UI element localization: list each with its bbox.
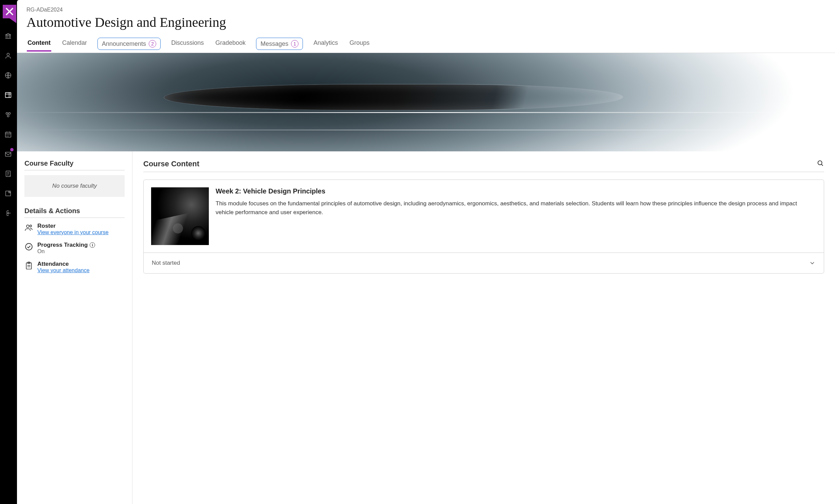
tab-gradebook[interactable]: Gradebook: [214, 39, 247, 52]
course-panel: RG-ADaE2024 Automotive Design and Engine…: [17, 0, 835, 504]
attendance-link[interactable]: View your attendance: [37, 267, 90, 273]
course-title: Automotive Design and Engineering: [26, 14, 825, 30]
progress-title: Progress Tracking i: [37, 242, 95, 248]
profile-icon[interactable]: [4, 52, 12, 60]
module-card-body[interactable]: Week 2: Vehicle Design Principles This m…: [144, 180, 824, 253]
course-tabs: Content Calendar Announcements 2 Discuss…: [17, 30, 835, 53]
course-sidebar: Course Faculty No course faculty Details…: [17, 151, 132, 504]
course-banner-image: [17, 53, 835, 151]
attendance-icon: [24, 261, 33, 270]
svg-rect-9: [6, 191, 11, 196]
progress-icon: [24, 242, 33, 251]
module-status: Not started: [152, 260, 180, 266]
roster-link[interactable]: View everyone in your course: [37, 229, 109, 235]
messages-badge: 1: [291, 40, 298, 48]
chevron-down-icon: [809, 260, 816, 266]
module-title: Week 2: Vehicle Design Principles: [216, 187, 816, 195]
attendance-action: Attendance View your attendance: [24, 261, 125, 274]
activity-stream-icon[interactable]: [4, 71, 12, 79]
faculty-heading: Course Faculty: [24, 160, 125, 170]
svg-point-10: [26, 225, 29, 228]
tab-messages[interactable]: Messages 1: [256, 38, 303, 50]
signout-icon[interactable]: [4, 209, 12, 217]
course-content-heading: Course Content: [143, 160, 199, 168]
progress-status: On: [37, 248, 95, 255]
content-search-button[interactable]: [817, 160, 824, 168]
svg-point-12: [25, 243, 32, 250]
tab-analytics[interactable]: Analytics: [312, 39, 339, 52]
tab-content[interactable]: Content: [26, 39, 52, 52]
no-faculty-message: No course faculty: [24, 175, 125, 197]
announcements-badge: 2: [149, 40, 156, 48]
course-code: RG-ADaE2024: [26, 7, 825, 13]
calendar-icon[interactable]: [4, 130, 12, 138]
courses-icon[interactable]: [4, 91, 12, 99]
tab-discussions[interactable]: Discussions: [170, 39, 205, 52]
close-course-button[interactable]: [3, 5, 16, 18]
info-icon[interactable]: i: [90, 242, 95, 248]
svg-rect-2: [5, 93, 11, 98]
messages-unread-dot: [10, 148, 14, 151]
tab-calendar[interactable]: Calendar: [61, 39, 88, 52]
progress-tracking-action: Progress Tracking i On: [24, 242, 125, 255]
global-nav-rail: [0, 0, 16, 504]
messages-icon[interactable]: [4, 150, 12, 158]
module-description: This module focuses on the fundamental p…: [216, 199, 816, 217]
attendance-title: Attendance: [37, 261, 90, 267]
institution-icon[interactable]: [4, 32, 12, 40]
course-content-area: Course Content Week 2: Vehicle Design Pr…: [132, 151, 835, 504]
module-card: Week 2: Vehicle Design Principles This m…: [143, 180, 824, 274]
svg-point-3: [6, 113, 8, 115]
tab-announcements[interactable]: Announcements 2: [97, 38, 161, 50]
grades-icon[interactable]: [4, 170, 12, 178]
roster-icon: [24, 223, 33, 232]
module-status-toggle[interactable]: Not started: [144, 253, 824, 273]
svg-rect-7: [5, 152, 11, 156]
svg-point-0: [7, 53, 9, 56]
svg-point-5: [7, 115, 9, 117]
roster-action: Roster View everyone in your course: [24, 223, 125, 236]
tab-groups[interactable]: Groups: [348, 39, 370, 52]
module-thumbnail: [151, 187, 209, 245]
svg-point-4: [8, 113, 10, 115]
details-actions-heading: Details & Actions: [24, 207, 125, 218]
svg-point-11: [30, 225, 32, 227]
roster-title: Roster: [37, 223, 109, 229]
organizations-icon[interactable]: [4, 111, 12, 119]
svg-point-15: [818, 161, 822, 165]
tools-icon[interactable]: [4, 189, 12, 198]
course-header: RG-ADaE2024 Automotive Design and Engine…: [17, 0, 835, 30]
